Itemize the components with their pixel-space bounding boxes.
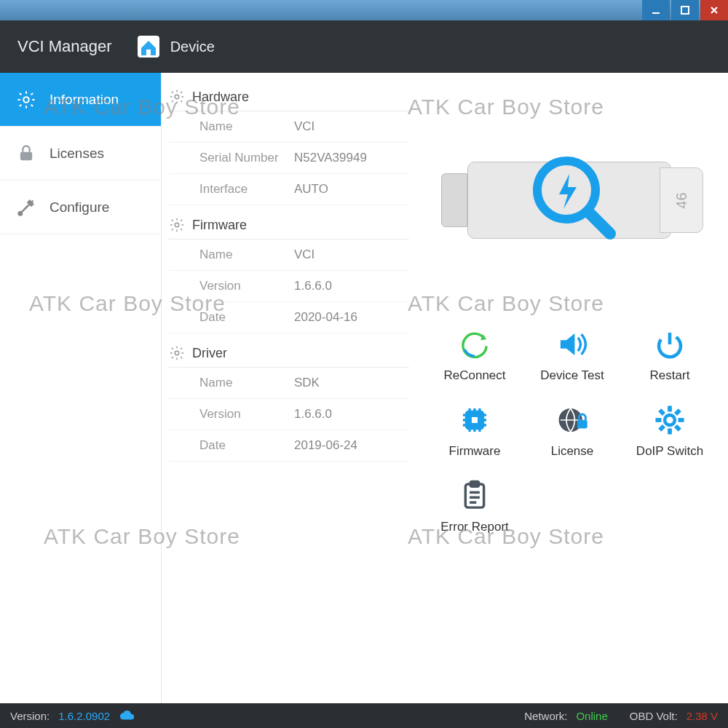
svg-line-23 [676, 426, 680, 430]
gear-icon [653, 403, 687, 437]
device-panel: 46 ReConnect Device Test [416, 73, 728, 703]
report-icon [458, 479, 491, 513]
svg-point-9 [175, 351, 179, 355]
value-driver-version: 1.6.6.0 [294, 407, 332, 422]
svg-rect-1 [681, 7, 689, 14]
app-header: VCI Manager Device [0, 20, 728, 73]
svg-rect-3 [146, 50, 151, 55]
app-body: Information Licenses Configure [0, 73, 728, 703]
label: Date [199, 438, 294, 453]
value-driver-date: 2019-06-24 [294, 438, 357, 453]
sidebar-item-licenses[interactable]: Licenses [0, 127, 161, 181]
value-driver-name: SDK [294, 376, 320, 390]
magnifier-lightning-icon [529, 152, 616, 240]
svg-rect-27 [470, 481, 479, 486]
sidebar-item-information[interactable]: Information [0, 73, 161, 127]
firmware-button[interactable]: Firmware [449, 403, 501, 459]
reconnect-button[interactable]: ReConnect [443, 328, 505, 383]
home-icon [135, 33, 162, 60]
label: Version [199, 279, 294, 293]
error-report-button[interactable]: Error Report [440, 479, 509, 534]
action-label: Firmware [449, 444, 501, 459]
app-title: VCI Manager [17, 37, 112, 56]
gear-icon [16, 90, 36, 110]
status-bar: Version: 1.6.2.0902 Network: Online OBD … [0, 703, 728, 728]
section-hardware: Hardware NameVCI Serial NumberN52VA39949… [169, 82, 409, 205]
value-serial: N52VA39949 [294, 151, 367, 165]
tools-icon [16, 197, 36, 218]
app-window: VCI Manager Device Information Licen [0, 0, 728, 728]
close-button[interactable] [700, 0, 728, 20]
action-label: Error Report [440, 520, 509, 534]
svg-rect-0 [652, 12, 660, 14]
value-interface: AUTO [294, 182, 328, 197]
obd-value: 2.38 V [687, 710, 718, 722]
label: Version [199, 407, 294, 422]
device-badge-number: 46 [673, 192, 690, 208]
information-panel: Hardware NameVCI Serial NumberN52VA39949… [162, 73, 416, 703]
section-title: Firmware [192, 218, 247, 233]
action-label: Restart [650, 368, 690, 383]
sidebar-item-label: Configure [50, 199, 109, 215]
section-gear-icon [169, 89, 185, 105]
svg-line-22 [660, 410, 664, 414]
minimize-button[interactable] [642, 0, 670, 20]
maximize-button[interactable] [671, 0, 699, 20]
svg-rect-16 [577, 420, 587, 429]
svg-rect-14 [470, 416, 479, 424]
network-status: Online [576, 710, 607, 722]
section-title: Hardware [192, 90, 249, 105]
device-test-button[interactable]: Device Test [540, 328, 604, 383]
svg-point-7 [175, 95, 179, 99]
action-label: Device Test [540, 368, 604, 383]
action-label: License [551, 444, 594, 459]
action-label: DoIP Switch [636, 444, 703, 459]
sidebar-item-label: Information [50, 92, 119, 108]
cloud-icon [119, 708, 135, 724]
obd-label: OBD Volt: [630, 710, 678, 722]
label: Name [199, 248, 294, 262]
section-title: Driver [192, 346, 227, 361]
chip-icon [458, 403, 491, 437]
doip-switch-button[interactable]: DoIP Switch [636, 403, 703, 459]
license-button[interactable]: License [551, 403, 594, 459]
sidebar-item-label: Licenses [50, 146, 104, 162]
value-hardware-name: VCI [294, 119, 314, 134]
minimize-icon [651, 5, 661, 15]
power-icon [653, 328, 687, 361]
reconnect-icon [458, 328, 491, 361]
version-value: 1.6.2.0902 [58, 710, 110, 722]
tab-device[interactable]: Device [135, 33, 215, 60]
version-label: Version: [10, 710, 50, 722]
section-driver: Driver NameSDK Version1.6.6.0 Date2019-0… [169, 338, 409, 462]
action-label: ReConnect [443, 368, 505, 383]
label: Name [199, 376, 294, 390]
label: Interface [199, 182, 294, 197]
lock-icon [16, 143, 36, 164]
restart-button[interactable]: Restart [650, 328, 690, 383]
globe-lock-icon [555, 403, 589, 437]
label: Serial Number [199, 151, 294, 165]
close-icon [709, 5, 719, 15]
section-gear-icon [169, 217, 185, 233]
value-firmware-version: 1.6.6.0 [294, 279, 332, 293]
svg-line-24 [676, 410, 680, 414]
svg-point-8 [175, 223, 179, 227]
device-image: 46 [430, 87, 715, 313]
svg-point-17 [665, 415, 675, 425]
maximize-icon [680, 5, 690, 15]
svg-point-6 [19, 211, 23, 215]
value-firmware-name: VCI [294, 248, 314, 262]
label: Name [199, 119, 294, 134]
network-label: Network: [524, 710, 567, 722]
svg-line-25 [660, 426, 664, 430]
content-area: Hardware NameVCI Serial NumberN52VA39949… [162, 73, 728, 703]
section-gear-icon [169, 345, 185, 361]
device-actions: ReConnect Device Test Restart Firmware [430, 328, 715, 534]
window-titlebar [0, 0, 728, 20]
sidebar-item-configure[interactable]: Configure [0, 181, 161, 234]
svg-point-4 [23, 97, 28, 102]
svg-rect-5 [20, 151, 32, 160]
value-firmware-date: 2020-04-16 [294, 310, 357, 325]
label: Date [199, 310, 294, 325]
